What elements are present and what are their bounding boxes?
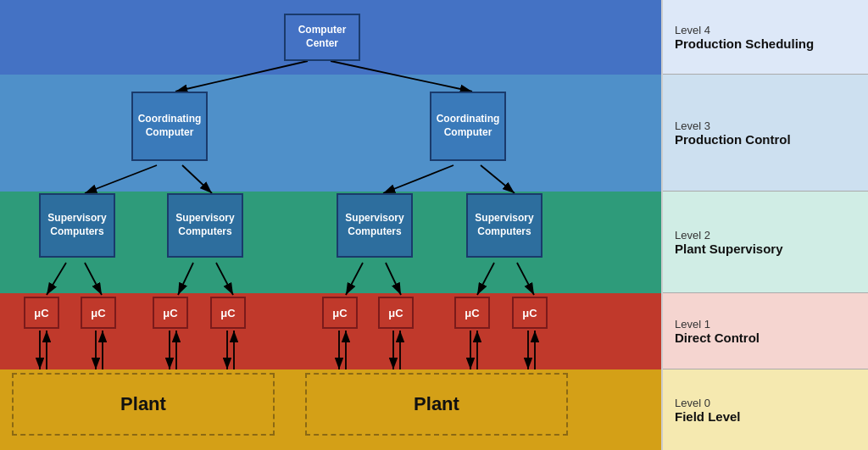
node-uc-4: μC xyxy=(210,297,246,329)
node-uc-5: μC xyxy=(322,297,358,329)
level-0-label: Level 0 Field Level xyxy=(663,369,868,450)
node-supervisory-rl: Supervisory Computers xyxy=(337,193,413,258)
node-uc-6: μC xyxy=(378,297,414,329)
diagram: Computer Center Coordinating Computer Co… xyxy=(0,0,868,450)
node-computer-center: Computer Center xyxy=(284,14,360,61)
level-3-label: Level 3 Production Control xyxy=(663,75,868,192)
level-0-num: Level 0 xyxy=(675,397,710,409)
plant-left: Plant xyxy=(12,373,275,436)
level-4-num: Level 4 xyxy=(675,24,710,36)
node-supervisory-rr: Supervisory Computers xyxy=(466,193,542,258)
node-uc-1: μC xyxy=(24,297,59,329)
level-1-label: Level 1 Direct Control xyxy=(663,293,868,369)
node-supervisory-lr: Supervisory Computers xyxy=(167,193,243,258)
level-4-label: Level 4 Production Scheduling xyxy=(663,0,868,75)
level-2-label: Level 2 Plant Supervisory xyxy=(663,192,868,293)
level-1-name: Direct Control xyxy=(675,331,760,345)
level-3-num: Level 3 xyxy=(675,119,710,132)
node-coordinating-left: Coordinating Computer xyxy=(131,92,208,161)
node-uc-7: μC xyxy=(454,297,490,329)
level-3-name: Production Control xyxy=(675,132,791,147)
left-panel: Computer Center Coordinating Computer Co… xyxy=(0,0,661,450)
node-uc-8: μC xyxy=(512,297,548,329)
band-level3 xyxy=(0,75,661,192)
level-0-name: Field Level xyxy=(675,409,741,424)
right-panel: Level 4 Production Scheduling Level 3 Pr… xyxy=(661,0,868,450)
level-4-name: Production Scheduling xyxy=(675,36,814,51)
level-2-name: Plant Supervisory xyxy=(675,242,783,256)
node-uc-2: μC xyxy=(81,297,116,329)
node-uc-3: μC xyxy=(153,297,188,329)
plant-right: Plant xyxy=(305,373,568,436)
node-supervisory-ll: Supervisory Computers xyxy=(39,193,115,258)
node-coordinating-right: Coordinating Computer xyxy=(430,92,506,161)
level-2-num: Level 2 xyxy=(675,229,710,242)
level-1-num: Level 1 xyxy=(675,318,710,331)
